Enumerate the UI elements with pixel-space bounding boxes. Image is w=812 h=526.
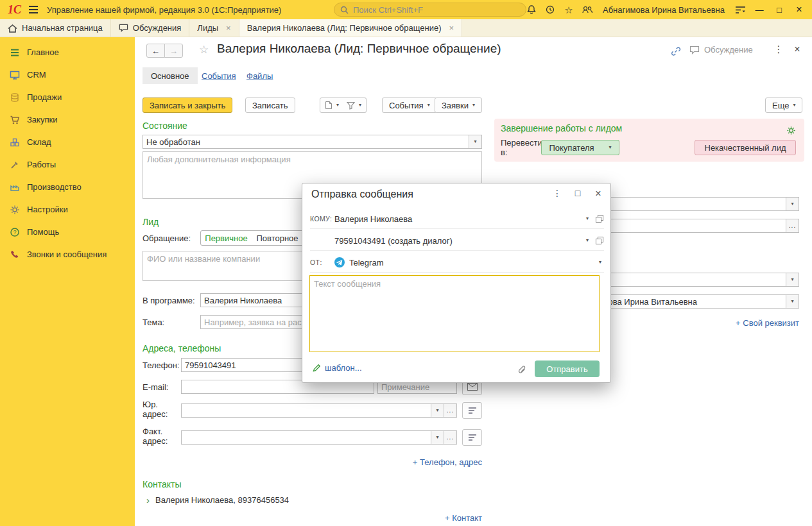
add-contact-link[interactable]: + Контакт [430, 513, 482, 523]
template-link[interactable]: шаблон... [313, 363, 362, 373]
message-text-input[interactable] [309, 275, 600, 352]
contact-row[interactable]: › Валерия Николаева, 89376456534 [146, 495, 289, 505]
legal-address-select[interactable]: ▾ ... [181, 403, 457, 418]
actual-address-menu-button[interactable] [462, 429, 482, 446]
convert-to-buyer-dropdown[interactable]: ▾ [601, 140, 619, 155]
dialog-maximize-icon[interactable]: □ [571, 188, 585, 198]
svg-text:?: ? [13, 229, 17, 235]
save-close-button[interactable]: Записать и закрыть [143, 98, 232, 113]
requests-menu-button[interactable]: Заявки▾ [435, 98, 482, 113]
custom-attribute-link[interactable]: + Свой реквизит [696, 318, 799, 328]
right-field-2-more-button[interactable]: ... [786, 219, 799, 232]
main-menu-button[interactable] [25, 1, 42, 18]
right-select-3-dropdown[interactable]: ▾ [786, 273, 799, 286]
forward-button[interactable]: → [164, 44, 183, 58]
collaboration-button[interactable] [579, 1, 596, 18]
back-button[interactable]: ← [146, 44, 165, 58]
history-button[interactable] [542, 1, 558, 18]
filter-button[interactable]: ▾ [342, 98, 367, 113]
recipient-dropdown-icon[interactable]: ▾ [586, 216, 589, 221]
app-topbar: 1С Управление нашей фирмой, редакция 3.0… [0, 0, 812, 19]
from-dropdown-icon[interactable]: ▾ [599, 260, 601, 265]
tab-discussions-label: Обсуждения [133, 23, 182, 33]
sidebar-item-zvonki[interactable]: Звонки и сообщения [0, 243, 135, 266]
actual-address-dropdown-button[interactable]: ▾ [431, 431, 444, 444]
bad-lead-button[interactable]: Некачественный лид [695, 140, 796, 155]
sidebar-item-zakupki[interactable]: Закупки [0, 108, 135, 131]
state-dropdown-button[interactable]: ▾ [469, 135, 481, 148]
right-select-1-dropdown[interactable]: ▾ [786, 198, 799, 210]
legal-address-menu-button[interactable] [462, 402, 482, 419]
sidebar-item-glavnoe[interactable]: Главное [0, 41, 135, 64]
recipient-value[interactable]: Валерия Николаева [334, 214, 412, 224]
legal-address-dropdown-button[interactable]: ▾ [431, 404, 444, 417]
1c-logo: 1С [4, 3, 25, 17]
legal-address-more-button[interactable]: ... [444, 404, 456, 417]
envelope-icon [467, 383, 478, 391]
sidebar-item-label: CRM [27, 70, 46, 80]
sidebar-item-prodazhi[interactable]: Продажи [0, 86, 135, 108]
sidebar-item-crm[interactable]: CRM [0, 64, 135, 86]
minimize-button[interactable]: — [750, 0, 768, 19]
favorite-star-icon[interactable]: ☆ [199, 43, 209, 56]
service-menu-button[interactable] [732, 1, 748, 18]
tab-leads[interactable]: Лиды × [189, 19, 239, 37]
from-value[interactable]: Telegram [349, 258, 383, 267]
more-button[interactable]: Еще▾ [765, 98, 802, 113]
send-button[interactable]: Отправить [535, 361, 600, 377]
sidebar-item-sklad[interactable]: Склад [0, 131, 135, 153]
responsible-dropdown[interactable]: ▾ [786, 295, 799, 308]
close-window-button[interactable]: × [790, 0, 808, 19]
sidebar-item-raboty[interactable]: Работы [0, 153, 135, 176]
current-user[interactable]: Абнагимова Ирина Витальевна [603, 5, 725, 15]
transfer-label: Перевести в: [501, 138, 542, 157]
tab-fayly[interactable]: Файлы [246, 67, 273, 84]
state-select[interactable]: Не обработан ▾ [143, 135, 482, 149]
sidebar-item-proizvodstvo[interactable]: Производство [0, 176, 135, 198]
attach-file-button[interactable] [513, 361, 530, 378]
sidebar-item-pomosh[interactable]: ? Помощь [0, 221, 135, 243]
open-dialog-icon[interactable] [595, 236, 604, 245]
dialog-close-icon[interactable]: × [591, 188, 605, 199]
app-title: Управление нашей фирмой, редакция 3.0 (1… [47, 5, 281, 15]
dialog-number-value[interactable]: 79591043491 (создать диалог) [334, 236, 453, 246]
actual-address-select[interactable]: ▾ ... [181, 430, 457, 445]
convert-to-buyer-button[interactable]: Покупателя [541, 140, 602, 155]
chevron-down-icon: ▾ [609, 145, 611, 150]
create-based-on-icon [325, 101, 333, 110]
create-based-on-button[interactable]: ▾ [320, 98, 344, 113]
save-button[interactable]: Записать [245, 98, 295, 113]
actual-address-more-button[interactable]: ... [444, 431, 456, 444]
sidebar-item-nastroyki[interactable]: Настройки [0, 198, 135, 221]
copy-link-button[interactable] [668, 43, 684, 60]
dialog-number-dropdown-icon[interactable]: ▾ [586, 238, 589, 243]
add-phone-address-link[interactable]: + Телефон, адрес [379, 457, 482, 467]
tab-osnovnoe[interactable]: Основное [143, 67, 198, 84]
filter-icon [347, 101, 355, 110]
tab-home[interactable]: Начальная страница [0, 19, 111, 37]
form-close-icon[interactable]: × [791, 44, 804, 55]
contacts-section-header[interactable]: Контакты [143, 479, 181, 489]
state-section-header[interactable]: Состояние [143, 121, 187, 131]
to-label: КОМУ: [310, 215, 334, 223]
global-search-box[interactable]: Поиск Ctrl+Shift+F [334, 3, 526, 17]
favorites-button[interactable]: ☆ [560, 1, 577, 18]
form-more-icon[interactable]: ⋮ [772, 44, 785, 55]
tab-discussions[interactable]: Обсуждения [111, 19, 190, 37]
tab-lead-card[interactable]: Валерия Николаева (Лид: Первичное обраще… [239, 19, 462, 37]
sidebar-item-label: Склад [27, 137, 51, 147]
tab-lead-card-close-icon[interactable]: × [449, 23, 454, 33]
tab-leads-close-icon[interactable]: × [226, 23, 231, 33]
open-recipient-icon[interactable] [595, 214, 604, 223]
appeal-primary-toggle[interactable]: Первичное [200, 230, 252, 246]
ellipsis-icon: ... [447, 434, 454, 441]
maximize-button[interactable]: □ [770, 0, 788, 19]
discussion-button[interactable]: Обсуждение [689, 45, 753, 55]
addresses-section-header[interactable]: Адреса, телефоны [143, 343, 221, 353]
dialog-more-icon[interactable]: ⋮ [550, 188, 564, 198]
lead-section-header[interactable]: Лид [143, 217, 159, 227]
events-menu-button[interactable]: События▾ [382, 98, 437, 113]
appeal-repeat-toggle[interactable]: Повторное [252, 230, 304, 246]
completion-settings-button[interactable] [782, 122, 799, 139]
tab-sobytiya[interactable]: События [202, 67, 236, 84]
